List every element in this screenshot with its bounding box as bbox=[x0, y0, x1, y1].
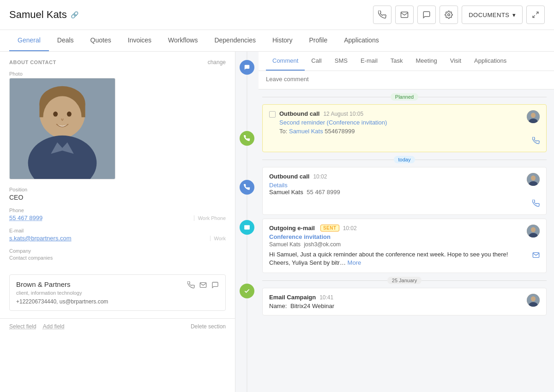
card-time-3: 10:02 bbox=[343, 225, 357, 232]
tab-profile[interactable]: Profile bbox=[301, 30, 336, 51]
avatar-3 bbox=[527, 225, 540, 238]
tab-invoices[interactable]: Invoices bbox=[120, 30, 160, 51]
tab-workflows[interactable]: Workflows bbox=[160, 30, 206, 51]
svg-line-2 bbox=[533, 15, 535, 18]
comment-input[interactable] bbox=[266, 76, 547, 83]
company-card: Brown & Partners client, information tec… bbox=[9, 274, 226, 311]
timeline-events: Planned Outbound call 12 Augu bbox=[259, 93, 554, 327]
card-link-1[interactable]: Second reminder (Conference invitation) bbox=[279, 119, 387, 126]
company-contact: +122206734440, us@brpartners.com bbox=[16, 298, 108, 305]
company-email-icon[interactable] bbox=[199, 281, 207, 290]
tab-dependencies[interactable]: Dependencies bbox=[206, 30, 264, 51]
timeline-mid-column bbox=[235, 52, 259, 392]
planned-call-checkbox[interactable] bbox=[269, 111, 276, 118]
tab-applications[interactable]: Applications bbox=[468, 52, 513, 71]
card-time-1: 12 August 10:05 bbox=[323, 111, 363, 117]
outbound-call-planned-card: Outbound call 12 August 10:05 Second rem… bbox=[262, 104, 547, 152]
email-from-name[interactable]: Samuel Kats bbox=[269, 241, 301, 248]
tab-meeting[interactable]: Meeting bbox=[409, 52, 444, 71]
expand-button[interactable] bbox=[526, 6, 545, 24]
tab-deals[interactable]: Deals bbox=[49, 30, 82, 51]
to-name-link-1[interactable]: Samuel Kats bbox=[289, 128, 323, 135]
position-value: CEO bbox=[9, 194, 226, 201]
more-link[interactable]: More bbox=[348, 259, 361, 266]
delete-section-link[interactable]: Delete section bbox=[191, 323, 226, 330]
checkbox-area: Outbound call 12 August 10:05 Second rem… bbox=[269, 110, 527, 135]
header-actions: DOCUMENTS ▾ bbox=[373, 6, 545, 24]
tab-general[interactable]: General bbox=[9, 30, 49, 51]
photo-area: Photo bbox=[9, 71, 226, 179]
company-chat-icon[interactable] bbox=[211, 281, 219, 290]
today-separator: today bbox=[262, 156, 547, 163]
phone-planned-icon[interactable] bbox=[240, 131, 254, 146]
email-link[interactable]: s.kats@brpartners.com bbox=[9, 235, 72, 242]
company-name: Brown & Partners bbox=[16, 280, 108, 288]
planned-separator: Planned bbox=[262, 93, 547, 101]
main-content: ABOUT CONTACT change Photo bbox=[0, 52, 554, 392]
chat-button[interactable] bbox=[417, 6, 436, 24]
email-node-icon[interactable] bbox=[240, 220, 254, 235]
email-from: Samuel Kats josh3@ok.com bbox=[269, 241, 527, 248]
card-link-2[interactable]: Details bbox=[269, 182, 527, 189]
svg-point-22 bbox=[531, 297, 536, 302]
svg-point-9 bbox=[67, 112, 72, 117]
change-link[interactable]: change bbox=[208, 59, 226, 65]
sent-badge: SENT bbox=[320, 225, 339, 232]
email-type: Work bbox=[210, 236, 226, 241]
email-button[interactable] bbox=[395, 6, 414, 24]
comment-node-icon[interactable] bbox=[240, 60, 254, 75]
svg-point-0 bbox=[448, 14, 450, 16]
card-actions-2 bbox=[527, 173, 540, 209]
tab-visit[interactable]: Visit bbox=[444, 52, 468, 71]
footer-actions: Select field Add field Delete section bbox=[0, 318, 235, 334]
settings-button[interactable] bbox=[440, 6, 458, 24]
tab-history[interactable]: History bbox=[264, 30, 301, 51]
tab-call[interactable]: Call bbox=[305, 52, 328, 71]
card-to-2: Samuel Kats 55 467 8999 bbox=[269, 189, 527, 196]
documents-button[interactable]: DOCUMENTS ▾ bbox=[462, 6, 523, 24]
page-title: Samuel Kats bbox=[9, 9, 67, 21]
phone-button[interactable] bbox=[373, 6, 391, 24]
email-campaign-card: Email Campaign 10:41 Name: Bitrix24 Webi… bbox=[262, 288, 547, 315]
link-icon[interactable]: 🔗 bbox=[71, 11, 78, 18]
card-type-3: Outgoing e-mail bbox=[269, 225, 315, 232]
svg-point-13 bbox=[531, 113, 536, 118]
phone-type: Work Phone bbox=[194, 215, 226, 221]
card-actions-4 bbox=[527, 294, 540, 307]
planned-badge: Planned bbox=[391, 93, 418, 101]
company-meta: client, information technology bbox=[16, 290, 108, 296]
card-time-2: 10:02 bbox=[313, 173, 327, 180]
tab-task[interactable]: Task bbox=[384, 52, 409, 71]
phone-today-icon[interactable] bbox=[240, 180, 254, 195]
header-title-area: Samuel Kats 🔗 bbox=[9, 9, 78, 21]
card-type-4: Email Campaign bbox=[269, 294, 316, 301]
campaign-check-icon[interactable] bbox=[240, 284, 254, 298]
card-type-2: Outbound call bbox=[269, 173, 309, 180]
add-field-link[interactable]: Add field bbox=[43, 323, 65, 330]
call-icon-right-1[interactable] bbox=[532, 137, 540, 146]
avatar-2 bbox=[527, 173, 540, 186]
email-title-link[interactable]: Conference invitation bbox=[269, 233, 527, 240]
call-icon-right-2[interactable] bbox=[532, 200, 540, 209]
about-contact-label: ABOUT CONTACT bbox=[9, 59, 56, 65]
company-sublabel: Contact companies bbox=[9, 255, 226, 261]
select-field-link[interactable]: Select field bbox=[9, 323, 36, 330]
company-field: Company Contact companies bbox=[9, 248, 226, 261]
phone-link[interactable]: 55 467 8999 bbox=[9, 214, 42, 221]
company-phone-icon[interactable] bbox=[187, 281, 195, 290]
tab-applications[interactable]: Applications bbox=[336, 30, 387, 51]
chevron-down-icon: ▾ bbox=[512, 12, 516, 18]
tab-quotes[interactable]: Quotes bbox=[82, 30, 120, 51]
to-name-link-2[interactable]: Samuel Kats bbox=[269, 189, 303, 196]
photo-box bbox=[9, 78, 115, 179]
tab-comment[interactable]: Comment bbox=[266, 52, 305, 71]
jan-separator: 25 January bbox=[262, 277, 547, 284]
jan-badge: 25 January bbox=[387, 277, 422, 284]
comment-input-area bbox=[259, 71, 554, 89]
position-field: Position CEO bbox=[9, 187, 226, 201]
svg-point-16 bbox=[531, 176, 536, 181]
tab-email[interactable]: E-mail bbox=[354, 52, 384, 71]
right-panel: Comment Call SMS E-mail Task Meeting Vis… bbox=[259, 52, 554, 392]
tab-sms[interactable]: SMS bbox=[328, 52, 354, 71]
email-icon-right[interactable] bbox=[532, 251, 540, 261]
